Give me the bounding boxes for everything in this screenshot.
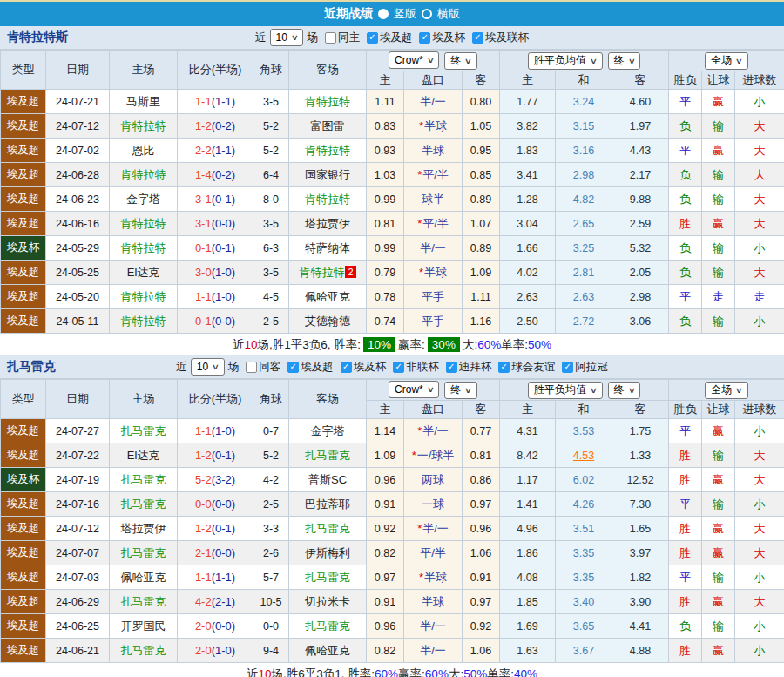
checkbox-unchecked[interactable]: [325, 32, 336, 44]
score-link[interactable]: 0-0(0-0): [195, 498, 235, 511]
scope-select-0[interactable]: 全场∨: [705, 382, 748, 399]
team-link[interactable]: 肯特拉特: [121, 315, 166, 328]
scope-select-0[interactable]: 全场∨: [705, 52, 748, 70]
score-link[interactable]: 2-0(0-0): [195, 619, 235, 633]
odds-source-select-0[interactable]: Crow*∨: [389, 381, 439, 398]
team-link[interactable]: 扎马雷克: [305, 619, 350, 633]
score-link[interactable]: 0-1(0-1): [195, 241, 235, 254]
team-link[interactable]: 扎马雷克: [121, 498, 166, 511]
team-link[interactable]: 肯特拉特: [121, 119, 166, 132]
team-name[interactable]: 肯特拉特斯: [7, 30, 68, 45]
team-link[interactable]: 恩比: [132, 144, 155, 157]
odds-source-select-1[interactable]: 终∨: [444, 382, 477, 399]
team-link[interactable]: 普斯SC: [308, 473, 347, 486]
odds-source-select-0[interactable]: Crow*∨: [389, 51, 439, 69]
team-link[interactable]: 佩哈亚克: [305, 290, 350, 303]
avg-source-select-0[interactable]: 胜平负均值∨: [528, 382, 603, 399]
match-count-select[interactable]: 10∨: [191, 358, 225, 376]
competition-label[interactable]: 埃及超: [301, 360, 334, 375]
score-link[interactable]: 1-2(0-2): [195, 119, 235, 132]
team-link[interactable]: 肯特拉特: [305, 95, 350, 108]
competition-label[interactable]: 球会友谊: [511, 360, 555, 375]
score-link[interactable]: 0-1(0-0): [195, 315, 235, 328]
team-link[interactable]: 国家银行: [305, 168, 350, 181]
team-link[interactable]: 扎马雷克: [305, 449, 350, 462]
score-link[interactable]: 3-1(0-1): [195, 193, 235, 206]
team-name[interactable]: 扎马雷克: [7, 359, 56, 375]
same-venue-label[interactable]: 同客: [259, 360, 280, 375]
team-link[interactable]: 艾德翰德: [305, 315, 350, 328]
score-link[interactable]: 1-1(1-0): [195, 424, 235, 437]
team-link[interactable]: 肯特拉特: [121, 290, 166, 303]
match-count-select[interactable]: 10∨: [270, 29, 304, 46]
team-link[interactable]: 扎马雷克: [121, 595, 166, 608]
checkbox-checked[interactable]: ✓: [472, 32, 483, 44]
team-link[interactable]: 塔拉贾伊: [305, 217, 350, 230]
team-link[interactable]: 扎马雷克: [121, 424, 166, 437]
score-link[interactable]: 1-2(0-1): [195, 522, 235, 535]
competition-label[interactable]: 埃及杯: [432, 30, 465, 45]
team-link[interactable]: 开罗国民: [121, 619, 166, 633]
checkbox-checked[interactable]: ✓: [446, 362, 457, 373]
team-link[interactable]: 特萨纳体: [305, 241, 350, 254]
team-link[interactable]: 金字塔: [126, 193, 160, 206]
team-link[interactable]: 富图雷: [311, 119, 345, 132]
team-link[interactable]: El达克: [127, 266, 160, 279]
checkbox-checked[interactable]: ✓: [367, 32, 378, 44]
team-link[interactable]: 切拉米卡: [305, 595, 350, 608]
competition-label[interactable]: 埃及联杯: [485, 30, 529, 45]
competition-label[interactable]: 埃及超: [380, 30, 413, 45]
radio-vertical-label[interactable]: 竖版: [394, 6, 416, 22]
competition-label[interactable]: 埃及杯: [354, 360, 387, 375]
score-link[interactable]: 1-1(1-0): [195, 290, 235, 303]
radio-horizontal-label[interactable]: 横版: [437, 6, 460, 22]
score-link[interactable]: 2-0(1-0): [195, 644, 235, 657]
team-link[interactable]: 金字塔: [311, 424, 345, 437]
score-link[interactable]: 3-1(0-0): [195, 217, 235, 230]
radio-horizontal-icon[interactable]: [422, 9, 432, 19]
checkbox-checked[interactable]: ✓: [498, 362, 510, 373]
checkbox-checked[interactable]: ✓: [341, 362, 352, 373]
team-link[interactable]: 扎马雷克: [305, 571, 350, 584]
competition-label[interactable]: 阿拉冠: [575, 360, 608, 375]
team-link[interactable]: El达克: [127, 449, 160, 462]
checkbox-checked[interactable]: ✓: [419, 32, 430, 44]
team-link[interactable]: 扎马雷克: [305, 522, 350, 535]
team-link[interactable]: 肯特拉特: [299, 266, 344, 279]
score-link[interactable]: 1-4(0-2): [195, 168, 235, 181]
competition-label[interactable]: 迪拜杯: [459, 360, 492, 375]
team-link[interactable]: 肯特拉特: [305, 144, 350, 157]
checkbox-checked[interactable]: ✓: [393, 362, 404, 373]
avg-source-select-1[interactable]: 终∨: [608, 52, 641, 70]
team-link[interactable]: 巴拉蒂耶: [305, 498, 350, 511]
competition-label[interactable]: 非联杯: [406, 360, 439, 375]
checkbox-checked[interactable]: ✓: [287, 362, 299, 373]
team-link[interactable]: 肯特拉特: [305, 193, 350, 206]
checkbox-unchecked[interactable]: [246, 362, 257, 373]
score-link[interactable]: 2-1(0-0): [195, 546, 235, 559]
team-link[interactable]: 扎马雷克: [121, 473, 166, 486]
team-link[interactable]: 肯特拉特: [121, 168, 166, 181]
team-link[interactable]: 伊斯梅利: [305, 546, 350, 559]
team-link[interactable]: 塔拉贾伊: [121, 522, 166, 535]
same-venue-label[interactable]: 同主: [338, 30, 360, 45]
team-link[interactable]: 肯特拉特: [121, 217, 166, 230]
checkbox-checked[interactable]: ✓: [562, 362, 573, 373]
radio-vertical-icon[interactable]: [378, 9, 389, 19]
score-link[interactable]: 5-2(3-2): [195, 473, 235, 486]
highlighted-odds-link[interactable]: 4.53: [573, 450, 594, 462]
avg-source-select-0[interactable]: 胜平负均值∨: [528, 52, 603, 70]
team-link[interactable]: 扎马雷克: [121, 644, 166, 657]
score-link[interactable]: 1-1(1-1): [195, 95, 235, 108]
score-link[interactable]: 1-1(1-1): [195, 571, 235, 584]
score-link[interactable]: 3-0(1-0): [195, 266, 235, 279]
team-link[interactable]: 马斯里: [126, 95, 160, 108]
odds-source-select-1[interactable]: 终∨: [444, 52, 477, 70]
score-link[interactable]: 2-2(1-1): [195, 144, 235, 157]
team-link[interactable]: 佩哈亚克: [305, 644, 350, 657]
score-link[interactable]: 4-2(2-1): [195, 595, 235, 608]
avg-source-select-1[interactable]: 终∨: [608, 382, 641, 399]
team-link[interactable]: 佩哈亚克: [121, 571, 166, 584]
team-link[interactable]: 扎马雷克: [121, 546, 166, 559]
team-link[interactable]: 肯特拉特: [121, 241, 166, 254]
